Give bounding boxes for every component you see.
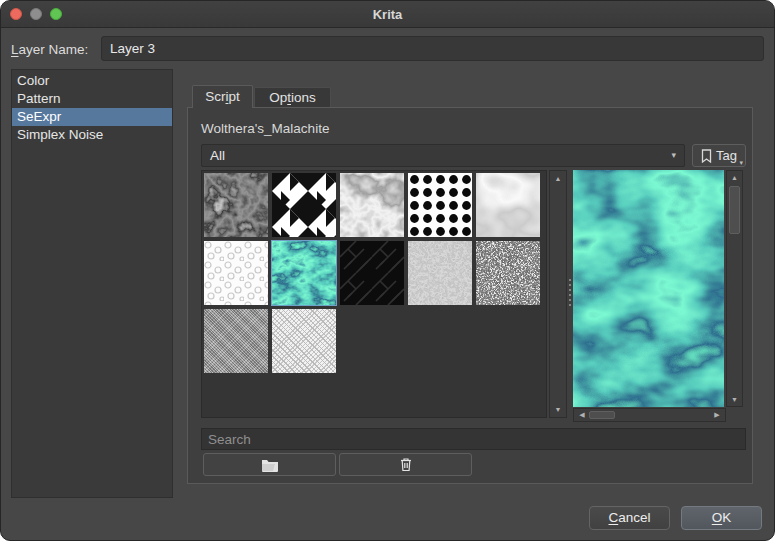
splitter-handle[interactable] <box>567 279 572 313</box>
pattern-thumbnail-bw-triangles[interactable] <box>272 173 336 237</box>
traffic-lights <box>10 8 62 20</box>
pattern-thumbnail-concrete[interactable] <box>408 241 472 305</box>
pattern-thumbnail-dark-marble[interactable] <box>204 173 268 237</box>
pattern-grid <box>201 170 547 418</box>
cancel-button[interactable]: Cancel <box>589 506 670 530</box>
preview-scrollbar-vertical[interactable]: ▲ ▼ <box>726 170 743 407</box>
scroll-left-icon[interactable]: ◀ <box>577 411 587 419</box>
krita-dialog-window: Krita Layer Name: Color Pattern SeExpr S… <box>0 0 775 541</box>
scroll-right-icon[interactable]: ▶ <box>712 411 722 419</box>
layer-name-input[interactable] <box>101 36 764 61</box>
list-item-seexpr[interactable]: SeExpr <box>12 108 172 126</box>
window-title: Krita <box>1 1 774 28</box>
pattern-thumbnail-white-squiggles[interactable] <box>204 241 268 305</box>
scroll-up-icon[interactable]: ▲ <box>550 175 566 182</box>
pattern-thumbnail-polka-dots[interactable] <box>408 173 472 237</box>
generator-list: Color Pattern SeExpr Simplex Noise <box>11 69 173 498</box>
layer-name-label: Layer Name: <box>11 42 88 57</box>
scroll-down-icon[interactable]: ▼ <box>550 406 566 413</box>
scroll-down-icon[interactable]: ▼ <box>727 396 742 403</box>
pattern-thumbnail-soft-clouds[interactable] <box>476 173 540 237</box>
pattern-thumbnail-malachite[interactable] <box>272 241 336 305</box>
zoom-button-icon[interactable] <box>50 8 62 20</box>
minimize-button-icon <box>30 8 42 20</box>
preview-scrollbar-horizontal[interactable]: ◀ ▶ <box>573 408 726 422</box>
pattern-thumbnail-gray-fabric[interactable] <box>204 309 268 373</box>
current-pattern-name: Wolthera's_Malachite <box>201 121 329 136</box>
pattern-thumbnail-light-weave[interactable] <box>272 309 336 373</box>
tab-options[interactable]: Options <box>254 87 331 108</box>
bookmark-icon <box>701 149 712 163</box>
tag-filter-dropdown[interactable]: All ▾ <box>201 144 685 167</box>
pattern-thumbnail-dark-speckle[interactable] <box>476 241 540 305</box>
tab-script[interactable]: Script <box>192 85 253 108</box>
pattern-thumbnail-black-maze[interactable] <box>340 241 404 305</box>
tag-menu-arrow-icon: ▾ <box>739 159 743 167</box>
scrollbar-thumb[interactable] <box>589 411 615 419</box>
list-item-color[interactable]: Color <box>12 72 172 90</box>
close-button-icon[interactable] <box>10 8 22 20</box>
chevron-down-icon: ▾ <box>671 145 676 166</box>
list-item-simplex-noise[interactable]: Simplex Noise <box>12 126 172 144</box>
titlebar[interactable]: Krita <box>1 1 774 28</box>
pattern-thumbnail-gray-marble[interactable] <box>340 173 404 237</box>
pattern-preview[interactable] <box>573 170 724 407</box>
folder-icon <box>261 458 279 472</box>
scrollbar-thumb[interactable] <box>729 186 740 234</box>
scroll-up-icon[interactable]: ▲ <box>727 174 742 181</box>
tag-button[interactable]: Tag ▾ <box>692 144 746 167</box>
grid-scrollbar-vertical[interactable]: ▲ ▼ <box>549 170 567 418</box>
ok-button[interactable]: OK <box>681 506 762 530</box>
trash-icon <box>399 457 413 472</box>
list-item-pattern[interactable]: Pattern <box>12 90 172 108</box>
pattern-search-input[interactable] <box>201 428 746 450</box>
delete-resource-button[interactable] <box>339 453 472 476</box>
import-resource-button[interactable] <box>203 453 336 476</box>
